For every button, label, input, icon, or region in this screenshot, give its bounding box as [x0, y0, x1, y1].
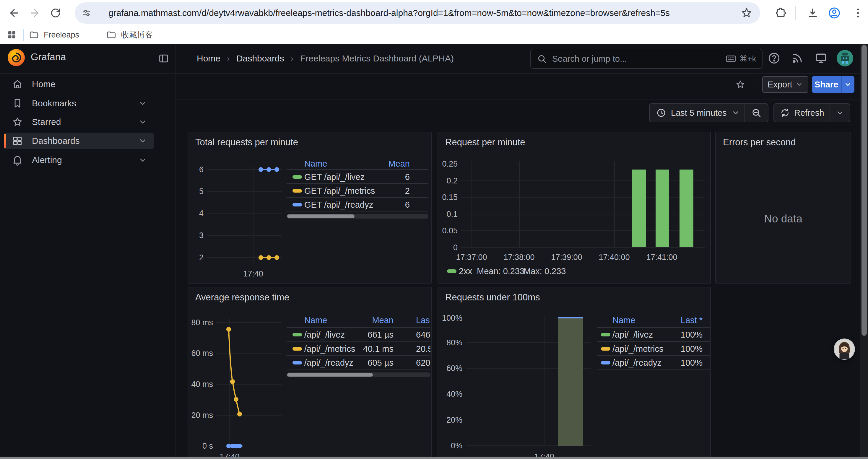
breadcrumb-dashboards[interactable]: Dashboards — [236, 54, 284, 64]
share-menu-button[interactable] — [841, 76, 855, 93]
reload-icon[interactable] — [50, 7, 61, 19]
brand-name[interactable]: Grafana — [31, 52, 66, 63]
forward-icon[interactable] — [29, 7, 40, 19]
search-bar[interactable]: ⌘+k — [530, 49, 763, 69]
legend-name[interactable]: /api/_/metrics — [304, 344, 355, 354]
sidebar-item-home[interactable]: Home — [4, 76, 154, 93]
y-tick: 5 — [188, 186, 204, 196]
legend-separator — [286, 355, 430, 356]
folder-icon — [29, 30, 39, 40]
series-color-pill[interactable] — [292, 361, 302, 364]
legend-mean: 6 — [366, 200, 410, 210]
site-settings-icon[interactable] — [81, 8, 92, 18]
zoom-out-icon[interactable] — [751, 107, 762, 118]
chevron-down-icon[interactable] — [138, 118, 147, 126]
url-bar[interactable]: grafana.mathmast.com/d/deytv4rwavabkb/fr… — [75, 2, 760, 24]
share-label: Share — [814, 80, 838, 90]
series-color-pill[interactable] — [601, 361, 610, 364]
browser-menu-icon[interactable] — [852, 7, 864, 19]
bookmarks-bar: Freeleaps 收藏博客 — [0, 26, 868, 44]
breadcrumb-home[interactable]: Home — [197, 54, 220, 64]
help-icon[interactable] — [768, 52, 780, 65]
export-button[interactable]: Export — [762, 76, 808, 93]
grafana-logo[interactable] — [8, 49, 25, 66]
legend-name[interactable]: /api/_/readyz — [304, 358, 353, 368]
sidebar: Grafana Home Bookmarks Starred — [0, 44, 176, 459]
share-button[interactable]: Share — [812, 76, 841, 93]
panel-requests-under-100ms[interactable]: Requests under 100ms 100% 80% 60% 40% 20… — [438, 287, 711, 459]
series-color-pill[interactable] — [601, 347, 610, 351]
panel-average-response-time[interactable]: Average response time 80 ms 60 ms 40 ms … — [188, 287, 432, 459]
refresh-label: Refresh — [794, 108, 824, 118]
downloads-icon[interactable] — [807, 7, 819, 19]
extensions-icon[interactable] — [775, 7, 787, 19]
sidebar-item-bookmarks[interactable]: Bookmarks — [4, 95, 154, 112]
refresh-interval-chevron-icon[interactable] — [836, 109, 844, 117]
legend-name[interactable]: /api/_/livez — [613, 330, 653, 340]
data-point — [267, 255, 271, 260]
bookmark-label: Freeleaps — [44, 30, 79, 40]
legend-name[interactable]: /api/_/metrics — [613, 344, 663, 354]
news-rss-icon[interactable] — [791, 52, 804, 65]
chevron-down-icon[interactable] — [138, 156, 147, 165]
refresh-button[interactable]: Refresh — [773, 103, 850, 122]
panel-total-requests[interactable]: Total requests per minute 6 5 4 3 2 17:4… — [188, 132, 432, 284]
panel-request-per-minute[interactable]: Request per minute 0.25 0.2 0.15 0.1 0.0… — [438, 132, 711, 284]
collapse-sidebar-icon[interactable] — [158, 53, 169, 64]
legend-col-mean[interactable]: Mean — [349, 315, 394, 325]
x-tick: 17:40:00 — [591, 252, 638, 262]
user-avatar[interactable] — [837, 50, 853, 66]
series-color-pill[interactable] — [292, 333, 302, 336]
panel-errors-per-second[interactable]: Errors per second No data — [715, 132, 851, 284]
bookmarks-divider — [23, 29, 24, 41]
y-tick: 60 ms — [188, 348, 213, 358]
legend-name[interactable]: /api/_/readyz — [613, 358, 661, 368]
favorite-star-icon[interactable] — [735, 79, 745, 90]
back-icon[interactable] — [8, 7, 20, 19]
chevron-down-icon[interactable] — [138, 136, 147, 145]
legend-separator — [597, 355, 710, 356]
legend-scrollbar[interactable] — [286, 214, 428, 219]
legend-scrollbar-thumb[interactable] — [287, 373, 373, 376]
bookmark-folder-blog[interactable]: 收藏博客 — [106, 26, 153, 44]
series-color-pill[interactable] — [447, 269, 457, 273]
legend-max: Max: 0.233 — [524, 266, 566, 276]
time-range-picker[interactable]: Last 5 minutes — [649, 103, 769, 122]
sidebar-item-starred[interactable]: Starred — [4, 114, 154, 130]
legend-scrollbar[interactable] — [286, 372, 430, 377]
search-input[interactable] — [552, 54, 725, 64]
page-scrollbar-thumb[interactable] — [862, 45, 867, 336]
bookmark-folder-freeleaps[interactable]: Freeleaps — [29, 26, 79, 44]
y-tick: 0.05 — [438, 226, 458, 236]
sidebar-item-alerting[interactable]: Alerting — [4, 152, 154, 168]
series-color-pill[interactable] — [292, 347, 302, 351]
chevron-down-icon[interactable] — [138, 99, 147, 108]
legend-name[interactable]: GET /api/_/livez — [304, 172, 365, 182]
legend-col-name[interactable]: Name — [304, 159, 327, 169]
breadcrumb: Home › Dashboards › Freeleaps Metrics Da… — [197, 44, 454, 73]
apps-grid-icon[interactable] — [6, 30, 17, 40]
monitor-icon[interactable] — [814, 52, 828, 65]
legend-name[interactable]: GET /api/_/metrics — [304, 186, 375, 196]
legend-separator — [286, 327, 430, 328]
sidebar-item-dashboards[interactable]: Dashboards — [4, 133, 154, 149]
legend-series[interactable]: 2xx — [459, 266, 472, 276]
assistant-avatar[interactable] — [834, 338, 855, 360]
legend-col-last[interactable]: Last * — [658, 315, 703, 325]
y-tick: 0.25 — [438, 159, 458, 169]
legend-col-name[interactable]: Name — [613, 315, 635, 325]
profile-icon[interactable] — [828, 6, 840, 18]
legend-col-name[interactable]: Name — [304, 315, 327, 325]
legend-col-last[interactable]: Las — [416, 315, 430, 325]
legend-scrollbar-thumb[interactable] — [287, 215, 354, 218]
series-color-pill[interactable] — [292, 203, 302, 206]
legend-name[interactable]: GET /api/_/readyz — [304, 200, 373, 210]
bookmark-star-icon[interactable] — [741, 7, 752, 19]
data-point — [258, 167, 263, 172]
series-color-pill[interactable] — [292, 175, 302, 179]
series-color-pill[interactable] — [292, 189, 302, 193]
legend-name[interactable]: /api/_/livez — [304, 330, 345, 340]
series-color-pill[interactable] — [601, 333, 610, 336]
legend-col-mean[interactable]: Mean — [366, 159, 410, 169]
horizontal-scrollbar[interactable] — [0, 457, 868, 459]
